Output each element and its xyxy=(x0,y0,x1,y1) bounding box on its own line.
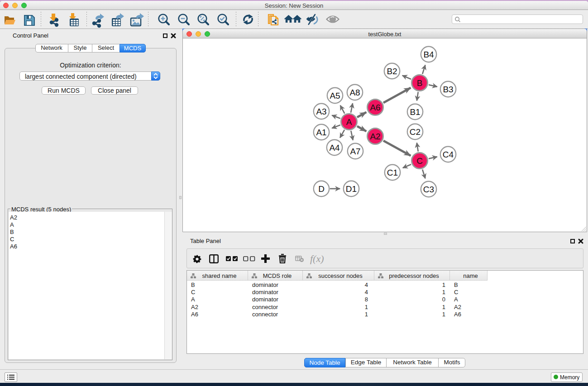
svg-text:B1: B1 xyxy=(410,107,420,117)
svg-text:C3: C3 xyxy=(423,185,434,194)
svg-text:A6: A6 xyxy=(370,103,380,112)
svg-text:B2: B2 xyxy=(387,67,397,76)
svg-text:A: A xyxy=(346,117,352,127)
svg-text:A8: A8 xyxy=(349,88,360,97)
svg-text:B4: B4 xyxy=(423,50,434,59)
svg-text:B3: B3 xyxy=(443,85,453,94)
svg-text:B: B xyxy=(417,78,423,88)
svg-text:A7: A7 xyxy=(350,147,360,156)
svg-text:D1: D1 xyxy=(346,184,357,194)
svg-text:C1: C1 xyxy=(387,168,398,177)
svg-text:A5: A5 xyxy=(330,91,340,100)
svg-text:A3: A3 xyxy=(316,107,326,116)
svg-text:A4: A4 xyxy=(329,143,340,152)
svg-text:D: D xyxy=(318,184,325,194)
svg-text:A1: A1 xyxy=(316,128,326,137)
svg-text:C: C xyxy=(416,156,423,166)
svg-text:A2: A2 xyxy=(370,132,380,141)
svg-text:C4: C4 xyxy=(443,150,454,159)
svg-text:C2: C2 xyxy=(410,127,421,137)
